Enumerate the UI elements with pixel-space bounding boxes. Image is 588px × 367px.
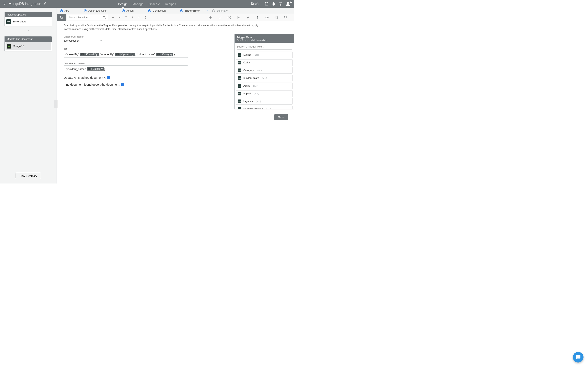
- tool-target-icon[interactable]: [274, 15, 278, 20]
- tab-design[interactable]: Design: [118, 0, 128, 8]
- chip-category-where[interactable]: ⋯|Category: [87, 67, 104, 71]
- step-action[interactable]: Action: [122, 9, 134, 12]
- tool-idea-icon[interactable]: [265, 15, 269, 20]
- step-summary[interactable]: Summary: [212, 9, 227, 12]
- trigger-card-title: Incident Updated: [7, 13, 26, 16]
- svg-point-4: [266, 17, 268, 18]
- step-app[interactable]: App: [60, 9, 69, 12]
- search-icon[interactable]: [103, 16, 106, 19]
- trigger-field-type: (abc): [254, 54, 259, 56]
- back-button[interactable]: [3, 2, 7, 6]
- trigger-field-name: Active: [243, 84, 250, 87]
- tool-text-icon[interactable]: [246, 15, 250, 20]
- servicenow-mini-icon: now: [238, 68, 241, 72]
- page-title: MongoDB integration: [9, 2, 41, 6]
- action-card-menu-icon[interactable]: ⋮: [46, 38, 50, 41]
- main-tabs: Design Manage Observe Recipes: [118, 0, 176, 8]
- trigger-search-input[interactable]: [237, 44, 292, 49]
- save-button[interactable]: Save: [274, 114, 288, 120]
- trigger-field-item[interactable]: nowActive(T/F): [236, 83, 293, 89]
- collection-value: testcollection: [64, 39, 79, 42]
- op-plus[interactable]: +: [110, 15, 116, 21]
- tab-manage[interactable]: Manage: [132, 0, 144, 8]
- trigger-field-name: Short Description: [243, 108, 263, 109]
- tool-misc-icon[interactable]: [283, 15, 288, 20]
- config-stepper: App Action Execution Action Connection T…: [57, 8, 294, 14]
- chip-closed-by[interactable]: ⋯|Closed By: [80, 53, 99, 56]
- upsert-checkbox[interactable]: [121, 83, 124, 86]
- op-lparen[interactable]: (: [136, 15, 142, 21]
- chevron-down-icon: ▼: [100, 40, 102, 42]
- trigger-panel-subtitle: Drag & drop or click to map fields: [237, 39, 292, 42]
- trigger-field-item[interactable]: nowImpact(abc): [236, 90, 293, 97]
- user-avatar-icon[interactable]: [285, 1, 290, 6]
- tool-chart-icon[interactable]: [236, 15, 241, 20]
- op-div[interactable]: /: [129, 15, 136, 21]
- trigger-field-type: (T/F): [253, 85, 258, 87]
- trigger-field-type: (abc): [266, 108, 271, 109]
- trigger-field-item[interactable]: nowShort Description(abc): [236, 106, 293, 109]
- flow-summary-button[interactable]: Flow Summary: [16, 173, 41, 179]
- step-action-execution[interactable]: Action Execution: [84, 9, 107, 12]
- collapse-sidebar-handle[interactable]: [54, 100, 57, 108]
- action-app-label: MongoDB: [13, 45, 24, 48]
- trigger-field-type: (abc): [257, 69, 262, 72]
- transformer-content: Drag & drop or click fields from the Tri…: [57, 21, 294, 184]
- status-label: Draft: [251, 2, 259, 6]
- action-card-title: Update The Document: [7, 38, 33, 41]
- tab-recipes[interactable]: Recipes: [165, 0, 176, 8]
- trigger-card[interactable]: Incident Updated now ServiceNow: [4, 12, 52, 26]
- trigger-field-item[interactable]: nowCaller: [236, 59, 293, 66]
- hint-text: Drag & drop or click fields from the Tri…: [64, 24, 268, 31]
- tab-observe[interactable]: Observe: [148, 0, 160, 8]
- tool-info-icon[interactable]: [255, 15, 260, 20]
- trigger-field-type: (abc): [256, 100, 261, 103]
- op-minus[interactable]: −: [116, 15, 123, 21]
- trigger-field-name: Impact: [243, 92, 251, 95]
- servicenow-mini-icon: now: [238, 92, 241, 95]
- chip-category[interactable]: ⋯|Category: [156, 53, 173, 56]
- fx-icon[interactable]: ƒx: [57, 14, 66, 21]
- trigger-field-type: (abc): [262, 77, 267, 79]
- notifications-icon[interactable]: [272, 2, 276, 6]
- function-search[interactable]: [67, 15, 108, 20]
- flow-sidebar: Incident Updated now ServiceNow Update T…: [0, 8, 57, 184]
- open-external-icon[interactable]: [265, 2, 269, 6]
- op-mult[interactable]: *: [123, 15, 129, 21]
- update-all-label: Update All Matched document?:: [64, 76, 106, 79]
- trigger-field-name: Category: [243, 69, 254, 72]
- trigger-field-name: Urgency: [243, 100, 253, 103]
- action-card[interactable]: Update The Document ⋮ MongoDB: [4, 36, 52, 51]
- main-panel: App Action Execution Action Connection T…: [57, 8, 294, 184]
- top-bar: MongoDB integration Design Manage Observ…: [0, 0, 294, 8]
- tool-math-icon[interactable]: [208, 15, 213, 20]
- trigger-panel-title: Trigger Data: [237, 36, 292, 39]
- trigger-field-item[interactable]: nowIncident State(abc): [236, 75, 293, 81]
- collection-select[interactable]: testcollection ▼: [64, 38, 103, 43]
- tool-angle-icon[interactable]: [218, 15, 222, 20]
- chip-opened-by[interactable]: ⋯|Opened By: [115, 53, 135, 56]
- update-all-checkbox[interactable]: [107, 76, 110, 79]
- set-expression-input[interactable]: {"closedBy": ⋯|Closed By , "openedBy": ⋯…: [64, 51, 188, 58]
- trigger-field-item[interactable]: nowSys ID(abc): [236, 52, 293, 58]
- function-search-input[interactable]: [69, 16, 103, 19]
- trigger-app-label: ServiceNow: [12, 20, 26, 23]
- svg-point-7: [286, 16, 287, 17]
- servicenow-mini-icon: now: [238, 76, 241, 80]
- upsert-label: If no document found upsert the document…: [64, 83, 120, 86]
- step-transformer[interactable]: Transformer: [180, 9, 200, 12]
- trigger-field-item[interactable]: nowUrgency(abc): [236, 98, 293, 105]
- trigger-field-item[interactable]: nowCategory(abc): [236, 67, 293, 74]
- edit-icon[interactable]: [43, 2, 46, 6]
- tool-clock-icon[interactable]: [227, 15, 232, 20]
- trigger-field-name: Caller: [243, 61, 250, 64]
- trigger-field-type: (abc): [254, 92, 259, 95]
- help-icon[interactable]: [278, 2, 283, 6]
- servicenow-badge-icon: now: [6, 19, 11, 24]
- op-rparen[interactable]: ): [142, 15, 149, 21]
- svg-point-6: [284, 16, 285, 17]
- where-expression-input[interactable]: {"incident_name": ⋯|Category }: [64, 66, 188, 72]
- svg-point-3: [257, 16, 258, 17]
- step-connection[interactable]: Connection: [148, 9, 165, 12]
- servicenow-mini-icon: now: [238, 53, 241, 57]
